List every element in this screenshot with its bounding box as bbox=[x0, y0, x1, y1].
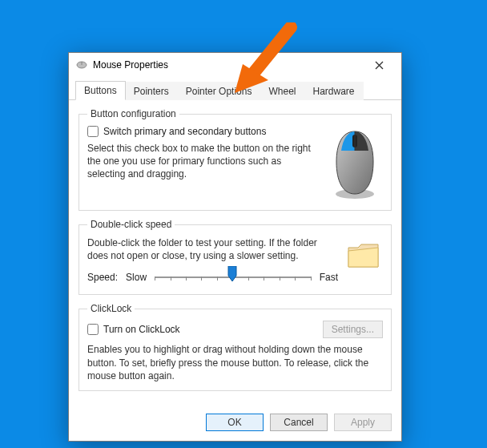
titlebar: Mouse Properties bbox=[69, 53, 401, 77]
clicklock-label: Turn on ClickLock bbox=[103, 324, 180, 335]
tab-pointer-options[interactable]: Pointer Options bbox=[177, 82, 261, 100]
button-configuration-group: Button configuration Switch primary and … bbox=[78, 108, 392, 211]
clicklock-checkbox[interactable] bbox=[87, 324, 99, 335]
slider-thumb[interactable] bbox=[227, 266, 238, 282]
window-title: Mouse Properties bbox=[93, 59, 363, 71]
cancel-button[interactable]: Cancel bbox=[270, 414, 328, 431]
tab-hardware[interactable]: Hardware bbox=[304, 82, 363, 100]
clicklock-legend: ClickLock bbox=[87, 303, 135, 314]
tab-buttons[interactable]: Buttons bbox=[75, 81, 126, 100]
tab-content: Button configuration Switch primary and … bbox=[69, 100, 401, 407]
speed-label: Speed: bbox=[87, 272, 118, 283]
double-click-description: Double-click the folder to test your set… bbox=[87, 236, 338, 262]
switch-buttons-label: Switch primary and secondary buttons bbox=[103, 126, 266, 137]
mouse-icon bbox=[75, 60, 88, 70]
tab-pointers[interactable]: Pointers bbox=[125, 82, 178, 100]
clicklock-row[interactable]: Turn on ClickLock bbox=[87, 324, 180, 335]
mouse-illustration bbox=[327, 126, 383, 202]
fast-label: Fast bbox=[320, 272, 338, 283]
tab-strip: Buttons Pointers Pointer Options Wheel H… bbox=[69, 77, 401, 100]
switch-buttons-row[interactable]: Switch primary and secondary buttons bbox=[87, 126, 320, 137]
clicklock-group: ClickLock Turn on ClickLock Settings... … bbox=[78, 303, 392, 391]
close-button[interactable] bbox=[363, 54, 395, 76]
clicklock-description: Enables you to highlight or drag without… bbox=[87, 343, 383, 382]
double-click-speed-slider[interactable] bbox=[155, 268, 312, 286]
test-folder-icon[interactable] bbox=[344, 236, 383, 275]
mouse-properties-dialog: Mouse Properties Buttons Pointers Pointe… bbox=[68, 52, 402, 442]
button-config-description: Select this check box to make the button… bbox=[87, 142, 320, 181]
dialog-footer: OK Cancel Apply bbox=[69, 407, 401, 441]
switch-buttons-checkbox[interactable] bbox=[87, 126, 99, 137]
ok-button[interactable]: OK bbox=[206, 414, 264, 431]
apply-button: Apply bbox=[334, 414, 392, 431]
tab-wheel[interactable]: Wheel bbox=[260, 82, 304, 100]
button-config-legend: Button configuration bbox=[87, 108, 179, 119]
double-click-legend: Double-click speed bbox=[87, 219, 175, 230]
slow-label: Slow bbox=[126, 272, 147, 283]
double-click-speed-group: Double-click speed Double-click the fold… bbox=[78, 219, 392, 295]
clicklock-settings-button: Settings... bbox=[323, 321, 383, 338]
